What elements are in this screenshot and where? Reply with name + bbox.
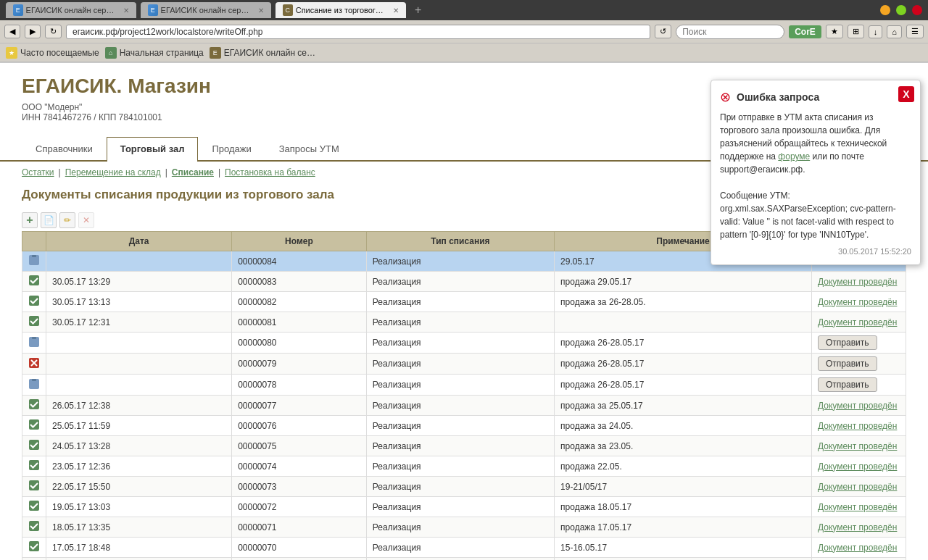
row-type: Реализация: [366, 354, 554, 375]
row-type: Реализация: [366, 558, 554, 561]
status-link[interactable]: Документ проведён: [818, 317, 897, 327]
row-number: 00000082: [232, 292, 367, 312]
row-status[interactable]: Отправить: [812, 375, 906, 396]
maximize-button[interactable]: [896, 5, 906, 15]
home-button[interactable]: ⌂: [887, 25, 902, 38]
tabs-container: Е ЕГАИСИК онлайн сервис д… ✕ Е ЕГАИСИК о…: [6, 2, 426, 18]
row-status[interactable]: Отправить: [812, 354, 906, 375]
tab2-favicon: Е: [148, 4, 158, 16]
url-bar[interactable]: егаисик.рф/project12work/localstore/writ…: [66, 25, 650, 39]
row-status: Документ проведён: [812, 272, 906, 292]
tab-torgoviy-zal[interactable]: Торговый зал: [107, 137, 199, 162]
col-type[interactable]: Тип списания: [366, 232, 554, 251]
row-number: 00000079: [232, 354, 367, 375]
breadcrumb-postanovka[interactable]: Постановка на баланс: [225, 167, 315, 177]
minimize-button[interactable]: [880, 5, 890, 15]
tab3-favicon: С: [283, 4, 293, 16]
tab1-close[interactable]: ✕: [123, 7, 129, 14]
error-close-button[interactable]: X: [898, 86, 914, 102]
row-number: 00000083: [232, 272, 367, 292]
table-row: 30.05.17 12:31 00000081 Реализация Докум…: [22, 312, 906, 333]
col-number[interactable]: Номер: [232, 232, 367, 251]
status-link[interactable]: Документ проведён: [818, 482, 897, 492]
row-status: Документ проведён: [812, 396, 906, 416]
row-note: продажа за 23.05.: [555, 436, 812, 456]
row-date: 30.05.17 12:31: [46, 312, 232, 333]
row-status: Документ проведён: [812, 558, 906, 561]
row-type: Реализация: [366, 497, 554, 517]
download-button[interactable]: ↓: [869, 25, 883, 38]
title-bar: Е ЕГАИСИК онлайн сервис д… ✕ Е ЕГАИСИК о…: [0, 0, 928, 20]
new-tab-button[interactable]: +: [410, 2, 426, 18]
window-controls: [880, 5, 922, 15]
status-link[interactable]: Документ проведён: [818, 543, 897, 553]
error-icon: ⊗: [720, 89, 731, 105]
row-icon-cell: [22, 354, 46, 375]
menu-button[interactable]: ☰: [906, 25, 924, 38]
status-link[interactable]: Документ проведён: [818, 421, 897, 431]
tab3-close[interactable]: ✕: [393, 7, 399, 14]
browser-tab-1[interactable]: Е ЕГАИСИК онлайн сервис д… ✕: [6, 2, 136, 18]
row-status[interactable]: Отправить: [812, 333, 906, 354]
bookmark-frequent[interactable]: ★ Часто посещаемые: [6, 47, 99, 59]
breadcrumb-peremeshenie[interactable]: Перемещение на склад: [65, 167, 161, 177]
status-link[interactable]: Документ проведён: [818, 461, 897, 472]
breadcrumb-ostatki[interactable]: Остатки: [22, 167, 54, 177]
tab-spravochniki[interactable]: Справочники: [22, 137, 107, 160]
tab-zaprosy-utm[interactable]: Запросы УТМ: [265, 137, 353, 160]
row-number: 00000077: [232, 396, 367, 416]
table-body: 00000084 Реализация 29.05.17 30.05.17 13…: [22, 251, 906, 561]
row-date: 25.05.17 11:59: [46, 416, 232, 436]
col-date[interactable]: Дата: [46, 232, 232, 251]
export-button[interactable]: 📄: [41, 212, 57, 228]
table-row: 30.05.17 13:29 00000083 Реализация прода…: [22, 272, 906, 292]
svg-rect-18: [32, 379, 36, 381]
row-status: Документ проведён: [812, 292, 906, 312]
tab1-favicon: Е: [13, 4, 23, 16]
browser-tab-2[interactable]: Е ЕГАИСИК онлайн сервис д… ✕: [141, 2, 271, 18]
close-window-button[interactable]: [912, 5, 922, 15]
bookmark-egaisik[interactable]: Е ЕГАИСИК онлайн се…: [210, 47, 315, 59]
tab-prodazhi[interactable]: Продажи: [198, 137, 265, 160]
screenshot-button[interactable]: ⊞: [848, 25, 864, 38]
row-number: 00000073: [232, 477, 367, 497]
send-button[interactable]: Отправить: [818, 377, 877, 392]
bookmark-home-icon: ⌂: [105, 47, 117, 59]
search-input[interactable]: [676, 25, 784, 39]
delete-button[interactable]: ✕: [78, 212, 94, 228]
status-link[interactable]: Документ проведён: [818, 441, 897, 451]
row-note: продажа за 26-28.05.: [555, 292, 812, 312]
send-button[interactable]: Отправить: [818, 356, 877, 371]
browser-tab-3[interactable]: С Списание из торгового зал… ✕: [276, 2, 406, 18]
status-link[interactable]: Документ проведён: [818, 401, 897, 411]
add-button[interactable]: +: [22, 212, 38, 228]
row-icon-cell: [22, 251, 46, 272]
send-button[interactable]: Отправить: [818, 335, 877, 350]
row-status: Документ проведён: [812, 436, 906, 456]
row-icon-cell: [22, 272, 46, 292]
refresh-button[interactable]: ↻: [45, 25, 62, 38]
error-body-text3: Сообщение УТМ:: [720, 191, 790, 201]
forward-button[interactable]: ▶: [25, 25, 41, 38]
row-note: продажа 26-28.05.17: [555, 333, 812, 354]
row-date: [46, 375, 232, 396]
tab1-label: ЕГАИСИК онлайн сервис д…: [26, 6, 117, 14]
row-number: 00000074: [232, 456, 367, 477]
core-button[interactable]: CorE: [789, 25, 821, 38]
reload-button[interactable]: ↺: [655, 25, 671, 38]
status-link[interactable]: Документ проведён: [818, 522, 897, 532]
edit-button[interactable]: ✏: [59, 212, 75, 228]
row-date: 24.05.17 13:28: [46, 436, 232, 456]
bookmark-star-button[interactable]: ★: [826, 25, 843, 38]
status-link[interactable]: Документ проведён: [818, 297, 897, 307]
table-row: 25.05.17 11:59 00000076 Реализация прода…: [22, 416, 906, 436]
breadcrumb-spisanie[interactable]: Списание: [172, 167, 214, 177]
status-link[interactable]: Документ проведён: [818, 277, 897, 287]
back-button[interactable]: ◀: [4, 25, 20, 38]
tab2-close[interactable]: ✕: [258, 7, 264, 14]
status-link[interactable]: Документ проведён: [818, 502, 897, 512]
bookmark-frequent-icon: ★: [6, 47, 17, 59]
bookmark-home[interactable]: ⌂ Начальная страница: [105, 47, 204, 59]
error-forum-link[interactable]: форуме: [778, 151, 810, 162]
row-status: Документ проведён: [812, 538, 906, 558]
